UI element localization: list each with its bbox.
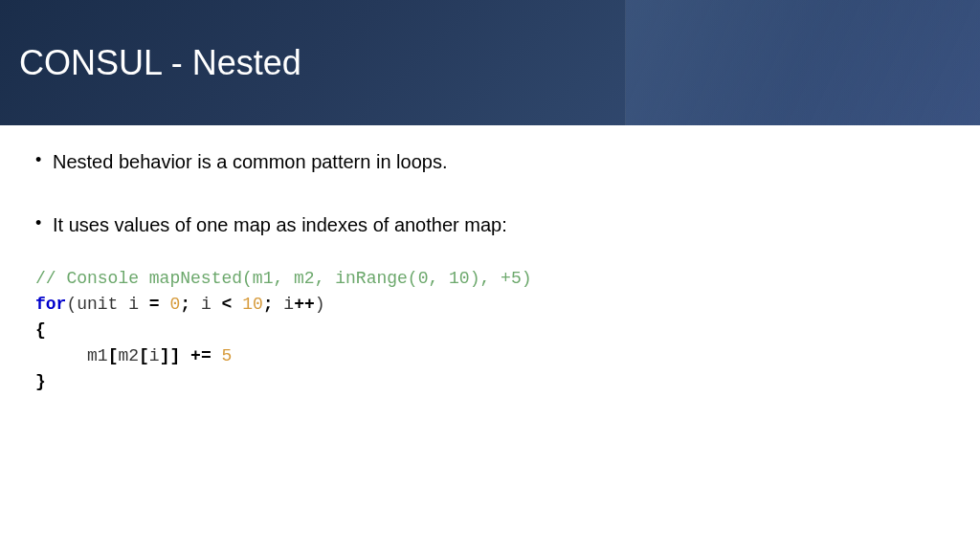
code-comment: // Console mapNested(m1, m2, inRange(0, … bbox=[35, 269, 531, 288]
slide-header: CONSUL - Nested bbox=[0, 0, 980, 125]
bullet-item: Nested behavior is a common pattern in l… bbox=[35, 149, 945, 174]
slide-content: Nested behavior is a common pattern in l… bbox=[0, 125, 980, 419]
code-body-line: m1[m2[i]] += 5 bbox=[35, 343, 945, 369]
code-for-line: for(unit i = 0; i < 10; i++) bbox=[35, 292, 945, 318]
slide-title: CONSUL - Nested bbox=[19, 43, 301, 83]
bullet-list: Nested behavior is a common pattern in l… bbox=[35, 149, 945, 237]
code-brace-open: { bbox=[35, 318, 945, 343]
code-block: // Console mapNested(m1, m2, inRange(0, … bbox=[35, 266, 945, 395]
bullet-item: It uses values of one map as indexes of … bbox=[35, 212, 945, 237]
code-comment-line: // Console mapNested(m1, m2, inRange(0, … bbox=[35, 266, 945, 292]
code-brace-close: } bbox=[35, 369, 945, 395]
